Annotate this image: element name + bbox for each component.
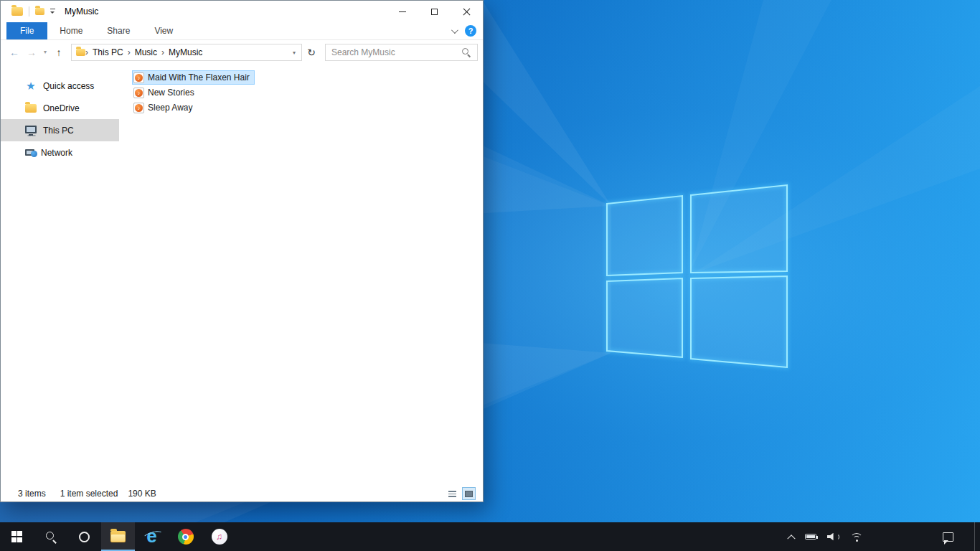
file-name: Sleep Away — [148, 103, 193, 113]
file-row-new-stories[interactable]: ♪ New Stories — [132, 85, 199, 100]
expand-ribbon-chevron-icon[interactable] — [451, 27, 458, 34]
address-folder-icon — [76, 49, 85, 56]
windows-logo-icon — [11, 531, 23, 542]
itunes-icon: ♫ — [212, 529, 227, 545]
file-name: New Stories — [148, 88, 194, 98]
battery-icon[interactable] — [805, 534, 816, 540]
search-box — [325, 44, 478, 61]
large-icons-view-icon — [465, 491, 473, 497]
sidebar-item-label: OneDrive — [43, 103, 80, 113]
search-input[interactable] — [331, 47, 462, 57]
forward-button[interactable]: → — [23, 47, 40, 57]
window-title: MyMusic — [65, 6, 98, 17]
help-button[interactable]: ? — [465, 25, 476, 37]
large-icons-view-button[interactable] — [462, 487, 476, 500]
selection-count: 1 item selected — [60, 489, 118, 499]
file-row-sleep-away[interactable]: ♪ Sleep Away — [132, 100, 198, 115]
wifi-network-icon[interactable] — [850, 532, 863, 542]
taskbar-internet-explorer-button[interactable]: e — [135, 522, 169, 551]
minimize-button[interactable] — [386, 1, 418, 22]
star-icon: ★ — [25, 80, 37, 91]
navigation-toolbar: ← → ▾ ↑ › This PC › Music › MyMusic ▾ ↻ — [1, 40, 483, 65]
address-bar[interactable]: › This PC › Music › MyMusic ▾ — [71, 44, 302, 61]
refresh-button[interactable]: ↻ — [302, 47, 321, 58]
details-view-button[interactable] — [446, 487, 459, 500]
internet-explorer-icon: e — [146, 528, 156, 545]
taskbar-chrome-button[interactable] — [169, 522, 202, 551]
close-button[interactable] — [451, 1, 483, 22]
start-button[interactable] — [0, 522, 34, 551]
taskbar-itunes-button[interactable]: ♫ — [202, 522, 236, 551]
music-file-icon: ♪ — [133, 88, 144, 98]
main-area: ★ Quick access OneDrive This PC Network — [1, 65, 483, 486]
chrome-icon — [178, 529, 194, 545]
cortana-button[interactable] — [67, 522, 101, 551]
close-icon — [463, 8, 471, 16]
taskbar-search-button[interactable] — [34, 522, 67, 551]
action-center-icon[interactable] — [943, 532, 953, 542]
back-button[interactable]: ← — [6, 47, 23, 57]
quick-access-toolbar-icon[interactable] — [35, 8, 44, 15]
cortana-circle-icon — [79, 532, 90, 542]
file-explorer-window: MyMusic File Home Share View ? ← → — [0, 0, 484, 502]
file-row-maid-with-the-flaxen-hair[interactable]: ♪ Maid With The Flaxen Hair — [132, 70, 255, 85]
tab-view[interactable]: View — [142, 22, 185, 39]
sidebar-item-label: This PC — [43, 126, 74, 136]
hidden-icons-chevron-icon[interactable] — [787, 534, 795, 542]
breadcrumb-music[interactable]: Music — [131, 47, 161, 57]
status-bar: 3 items 1 item selected 190 KB — [1, 486, 483, 501]
items-count: 3 items — [18, 489, 46, 499]
system-tray — [788, 522, 980, 551]
search-icon[interactable] — [462, 48, 471, 57]
file-name: Maid With The Flaxen Hair — [148, 72, 250, 83]
volume-icon[interactable] — [827, 533, 839, 541]
search-icon — [45, 531, 57, 542]
network-icon — [25, 149, 34, 156]
taskbar-file-explorer-button[interactable] — [101, 522, 135, 551]
breadcrumb-mymusic[interactable]: MyMusic — [164, 47, 207, 57]
navigation-pane: ★ Quick access OneDrive This PC Network — [1, 65, 119, 486]
address-dropdown-chevron-icon[interactable]: ▾ — [291, 50, 297, 56]
window-folder-icon — [11, 7, 23, 16]
sidebar-item-quick-access[interactable]: ★ Quick access — [1, 75, 119, 97]
quick-access-toolbar-chevron-icon[interactable] — [50, 9, 56, 14]
show-desktop-button[interactable] — [974, 522, 980, 551]
selection-size: 190 KB — [128, 489, 156, 499]
up-button[interactable]: ↑ — [50, 47, 67, 57]
computer-icon — [25, 126, 37, 133]
ribbon-tab-row: File Home Share View ? — [1, 22, 483, 40]
maximize-button[interactable] — [418, 1, 451, 22]
file-list: ♪ Maid With The Flaxen Hair ♪ New Storie… — [119, 65, 483, 486]
sidebar-item-this-pc[interactable]: This PC — [1, 119, 119, 141]
sidebar-item-label: Network — [41, 148, 72, 158]
breadcrumb-this-pc[interactable]: This PC — [88, 47, 128, 57]
desktop: MyMusic File Home Share View ? ← → — [0, 0, 980, 551]
recent-locations-chevron-icon[interactable]: ▾ — [40, 50, 50, 55]
details-view-icon — [448, 491, 456, 497]
sidebar-item-network[interactable]: Network — [1, 141, 119, 164]
titlebar-separator — [29, 6, 29, 17]
tab-share[interactable]: Share — [95, 22, 142, 39]
maximize-icon — [431, 9, 438, 15]
sidebar-item-onedrive[interactable]: OneDrive — [1, 97, 119, 119]
music-file-icon: ♪ — [133, 72, 144, 83]
sidebar-item-label: Quick access — [43, 81, 94, 91]
onedrive-folder-icon — [25, 104, 37, 113]
music-file-icon: ♪ — [133, 103, 144, 113]
titlebar[interactable]: MyMusic — [1, 1, 483, 22]
taskbar: e ♫ — [0, 522, 980, 551]
minimize-icon — [399, 11, 406, 12]
file-explorer-icon — [110, 531, 126, 542]
tab-home[interactable]: Home — [47, 22, 95, 39]
tab-file[interactable]: File — [6, 22, 47, 39]
